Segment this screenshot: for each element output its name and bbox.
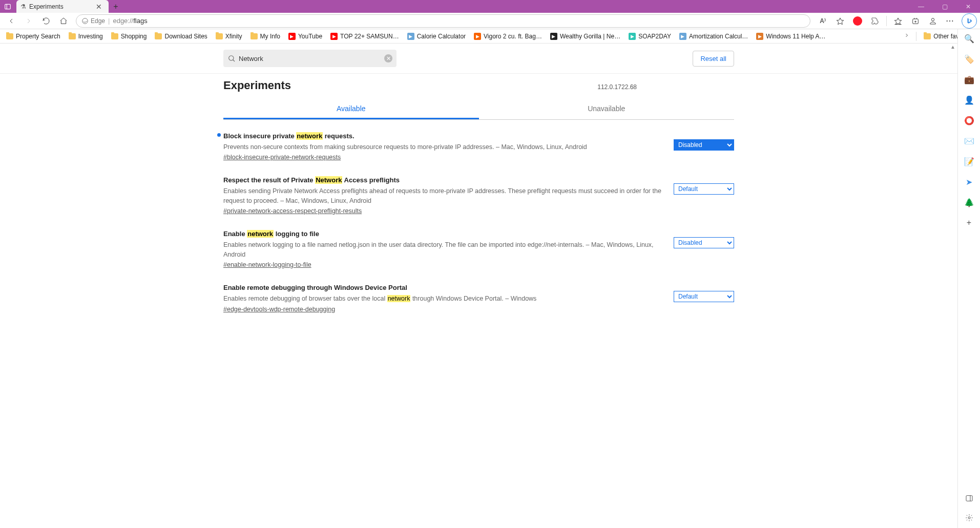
browser-toolbar: Edge | edge://flags A⁾ ⋯ [0, 13, 980, 29]
svg-rect-12 [966, 496, 972, 501]
sidebar-office-icon[interactable]: ⭕ [963, 114, 975, 126]
bookmark-item[interactable]: ▶Wealthy Gorilla | Ne… [547, 31, 623, 41]
bookmarks-bar: Property SearchInvestingShoppingDownload… [0, 29, 980, 44]
flag-select-wrap: DefaultEnabledDisabled [674, 183, 734, 195]
bookmark-label: YouTube [298, 33, 322, 40]
opera-icon[interactable] [849, 14, 866, 28]
flag-select[interactable]: DefaultEnabledDisabled [674, 237, 734, 248]
svg-marker-3 [837, 18, 843, 25]
modified-indicator [217, 133, 221, 137]
bookmark-label: Windows 11 Help A… [766, 33, 825, 40]
flag-hash-link[interactable]: #enable-network-logging-to-file [223, 261, 311, 268]
bookmark-item[interactable]: ▶Windows 11 Help A… [753, 31, 828, 41]
flag-hash-link[interactable]: #edge-devtools-wdp-remote-debugging [223, 306, 335, 313]
bookmark-item[interactable]: ▶Calorie Calculator [404, 31, 469, 41]
bing-button[interactable] [962, 13, 977, 29]
flag-select[interactable]: DefaultEnabledDisabled [674, 139, 734, 151]
new-tab-button[interactable]: + [109, 0, 123, 13]
bookmark-item[interactable]: My Info [247, 31, 283, 41]
tab-unavailable[interactable]: Unavailable [479, 99, 735, 119]
flags-search-row: ✕ Reset all [223, 47, 734, 73]
search-icon [227, 54, 236, 62]
sidebar-settings-button[interactable] [963, 512, 975, 524]
bookmark-label: Vigoro 2 cu. ft. Bag… [484, 33, 542, 40]
extensions-button[interactable] [867, 14, 883, 28]
flag-hash-link[interactable]: #private-network-access-respect-prefligh… [223, 207, 362, 215]
minimize-button[interactable]: — [909, 0, 933, 13]
flag-list: Block insecure private network requests.… [223, 131, 734, 313]
sidebar-games-icon[interactable]: 👤 [963, 94, 975, 106]
toolbar-right: A⁾ ⋯ [815, 13, 977, 29]
folder-icon [216, 33, 223, 39]
menu-button[interactable]: ⋯ [942, 14, 958, 28]
flask-icon: ⚗ [20, 3, 26, 10]
favorites-button[interactable] [890, 14, 906, 28]
flag-row: Respect the result of Private Network Ac… [223, 175, 734, 215]
reset-all-button[interactable]: Reset all [693, 51, 734, 67]
bookmark-item[interactable]: Shopping [108, 31, 150, 41]
flag-select[interactable]: DefaultEnabledDisabled [674, 291, 734, 302]
close-window-button[interactable]: ✕ [956, 0, 980, 13]
address-bar[interactable]: Edge | edge://flags [76, 14, 810, 28]
flag-text: Block insecure private network requests.… [223, 131, 661, 161]
sidebar-tools-icon[interactable]: 💼 [963, 73, 975, 86]
clear-search-button[interactable]: ✕ [384, 54, 392, 62]
favicon: ▶ [629, 33, 636, 40]
bookmark-item[interactable]: Xfinity [213, 31, 245, 41]
sidebar-drop-icon[interactable]: 📝 [963, 155, 975, 167]
flag-description: Enables sending Private Network Access p… [223, 186, 661, 206]
flags-search-box[interactable]: ✕ [223, 50, 397, 67]
bookmark-item[interactable]: Investing [66, 31, 106, 41]
maximize-button[interactable]: ▢ [933, 0, 956, 13]
page-title: Experiments [223, 79, 291, 92]
bookmark-label: Download Sites [164, 33, 207, 40]
sidebar-add-button[interactable]: + [963, 217, 975, 229]
bookmark-label: Property Search [16, 33, 60, 40]
collections-button[interactable] [907, 14, 924, 28]
forward-button[interactable] [20, 14, 37, 28]
sidebar-send-icon[interactable]: ➤ [963, 176, 975, 188]
flag-select[interactable]: DefaultEnabledDisabled [674, 183, 734, 195]
tab-strip: ⚗ Experiments ✕ + [0, 0, 123, 13]
home-button[interactable] [55, 14, 72, 28]
profile-button[interactable] [925, 14, 941, 28]
bookmark-item[interactable]: ▶TOP 22+ SAMSUN… [327, 31, 402, 41]
svg-line-16 [233, 60, 235, 61]
window-titlebar: ⚗ Experiments ✕ + — ▢ ✕ [0, 0, 980, 13]
flags-tabs: Available Unavailable [223, 99, 734, 120]
bookmark-item[interactable]: ▶Vigoro 2 cu. ft. Bag… [471, 31, 545, 41]
browser-tab[interactable]: ⚗ Experiments ✕ [16, 0, 109, 13]
sidebar-outlook-icon[interactable]: ✉️ [963, 135, 975, 147]
site-identity[interactable]: Edge [81, 17, 105, 25]
flag-title: Enable remote debugging through Windows … [223, 283, 661, 293]
favorite-button[interactable] [832, 14, 848, 28]
flag-select-wrap: DefaultEnabledDisabled [674, 139, 734, 151]
flag-text: Enable network logging to fileEnables ne… [223, 229, 661, 268]
bookmark-label: Wealthy Gorilla | Ne… [560, 33, 620, 40]
bookmark-item[interactable]: Property Search [3, 31, 64, 41]
flags-search-input[interactable] [239, 55, 381, 62]
flag-title: Respect the result of Private Network Ac… [223, 175, 661, 185]
version-label: 112.0.1722.68 [597, 83, 637, 91]
tab-available[interactable]: Available [223, 99, 479, 119]
folder-icon [924, 33, 931, 39]
read-aloud-button[interactable]: A⁾ [815, 14, 831, 28]
sidebar-collapse-button[interactable] [963, 492, 975, 504]
flag-row: Enable remote debugging through Windows … [223, 283, 734, 312]
bookmark-item[interactable]: Download Sites [152, 31, 210, 41]
refresh-button[interactable] [38, 14, 54, 28]
sidebar-shopping-icon[interactable]: 🏷️ [963, 53, 975, 65]
bookmark-item[interactable]: ▶SOAP2DAY [625, 31, 674, 41]
tab-close-button[interactable]: ✕ [94, 3, 103, 11]
flag-text: Respect the result of Private Network Ac… [223, 175, 661, 215]
back-button[interactable] [3, 14, 19, 28]
bookmark-item[interactable]: ▶Amortization Calcul… [676, 31, 751, 41]
flag-hash-link[interactable]: #block-insecure-private-network-requests [223, 154, 341, 161]
edge-sidebar: 🔍 🏷️ 💼 👤 ⭕ ✉️ 📝 ➤ 🌲 + [957, 29, 980, 528]
tab-actions-button[interactable] [0, 0, 15, 13]
bookmark-label: Xfinity [225, 33, 242, 40]
bookmark-item[interactable]: ▶YouTube [285, 31, 325, 41]
sidebar-search-icon[interactable]: 🔍 [963, 32, 975, 45]
sidebar-tree-icon[interactable]: 🌲 [963, 196, 975, 208]
bookmarks-overflow-button[interactable] [902, 30, 912, 42]
